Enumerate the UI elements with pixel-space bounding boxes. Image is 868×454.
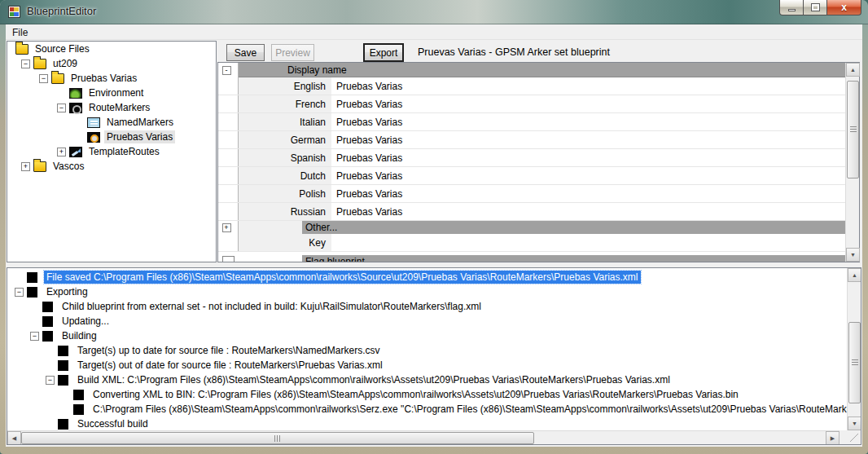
tree-item[interactable]: Pruebas Varias <box>7 130 216 144</box>
maximize-button[interactable] <box>804 0 827 15</box>
property-value[interactable]: Pruebas Varias <box>331 77 845 95</box>
log-item[interactable]: −Exporting <box>7 284 847 299</box>
title-bar[interactable]: BlueprintEditor x <box>0 0 868 24</box>
log-item[interactable]: Target(s) up to date for source file : R… <box>7 343 847 358</box>
property-value[interactable]: Pruebas Varias <box>331 149 845 166</box>
tree-item[interactable]: −Pruebas Varias <box>7 71 216 86</box>
source-files-tree[interactable]: Source Files−ut209−Pruebas VariasEnviron… <box>7 41 217 262</box>
log-expand-toggle[interactable]: − <box>46 376 55 385</box>
log-square-icon <box>58 419 68 430</box>
other-row: + Other... <box>218 221 845 234</box>
build-log-tree[interactable]: File saved C:\Program Files (x86)\Steam\… <box>7 268 847 430</box>
row-indent-column <box>218 95 239 112</box>
grid-scroll-thumb[interactable] <box>847 81 859 179</box>
log-item-text: C:\Program Files (x86)\Steam\SteamApps\c… <box>90 403 847 416</box>
property-grid-panel: - Display name EnglishPruebas VariasFren… <box>217 62 860 262</box>
log-item[interactable]: Converting XML to BIN: C:\Program Files … <box>7 387 847 402</box>
folder-icon <box>51 73 64 84</box>
scroll-right-icon[interactable]: ▶ <box>826 431 840 445</box>
log-square-icon <box>42 331 53 342</box>
menu-bar: File <box>6 24 862 40</box>
scroll-up-icon[interactable]: ▲ <box>846 63 860 77</box>
property-row: EnglishPruebas Varias <box>218 77 845 95</box>
property-value[interactable]: Pruebas Varias <box>331 167 845 184</box>
scroll-down-icon[interactable]: ▼ <box>846 248 860 262</box>
property-value[interactable]: Pruebas Varias <box>331 113 845 130</box>
grid-section-header-row: - Display name <box>218 63 845 77</box>
log-square-icon <box>42 316 53 327</box>
clipped-expand-box <box>222 256 235 262</box>
grid-vertical-scrollbar[interactable]: ▲ ▼ <box>845 63 859 262</box>
tree-expand-toggle[interactable]: + <box>57 148 66 156</box>
property-label: English <box>239 77 331 95</box>
minimize-button[interactable] <box>779 0 804 15</box>
property-label: Italian <box>239 113 331 130</box>
log-item-text: Converting XML to BIN: C:\Program Files … <box>90 388 741 401</box>
log-item[interactable]: Updating... <box>7 314 847 328</box>
log-item[interactable]: −Build XML: C:\Program Files (x86)\Steam… <box>7 372 847 387</box>
log-item[interactable]: Successful build <box>7 417 847 430</box>
log-square-icon <box>42 302 53 312</box>
log-item[interactable]: −Building <box>7 328 847 343</box>
log-square-icon <box>58 375 68 386</box>
log-horizontal-scrollbar[interactable]: ◀ ▶ <box>7 430 840 444</box>
property-value[interactable]: Pruebas Varias <box>331 95 845 112</box>
folder-icon <box>33 59 46 69</box>
log-item[interactable]: Child blueprint from external set - not … <box>7 299 847 314</box>
log-square-icon <box>73 404 84 415</box>
log-item-text: Building <box>59 329 99 342</box>
property-value[interactable] <box>331 234 845 251</box>
resize-grip[interactable] <box>840 430 861 444</box>
close-button[interactable]: x <box>827 0 861 15</box>
scroll-left-icon[interactable]: ◀ <box>7 431 21 445</box>
tree-expand-toggle[interactable]: − <box>39 74 48 83</box>
log-item[interactable]: Target(s) out of date for source file : … <box>7 358 847 372</box>
row-indent-column <box>218 77 239 95</box>
log-expand-toggle[interactable]: − <box>30 332 39 341</box>
log-item[interactable]: C:\Program Files (x86)\Steam\SteamApps\c… <box>7 402 847 417</box>
menu-file[interactable]: File <box>6 25 34 40</box>
log-scroll-thumb[interactable] <box>848 322 861 403</box>
scroll-up-icon[interactable]: ▲ <box>848 268 861 282</box>
row-indent-column <box>218 203 239 220</box>
scroll-down-icon[interactable]: ▼ <box>848 417 861 430</box>
window-title: BlueprintEditor <box>27 5 96 17</box>
collapse-section-toggle[interactable]: - <box>222 66 231 75</box>
export-button[interactable]: Export <box>364 44 403 61</box>
blueprint-title: Pruevas Varias - GPSM Arker set blueprin… <box>418 46 610 58</box>
log-hscroll-thumb[interactable] <box>21 432 534 444</box>
property-value[interactable]: Pruebas Varias <box>331 203 845 220</box>
other-label[interactable]: Other... <box>302 221 845 234</box>
app-icon <box>8 6 20 18</box>
tree-item[interactable]: Environment <box>7 86 216 100</box>
tree-item[interactable]: +Vascos <box>7 159 216 174</box>
tree-item-label: NamedMarkers <box>104 116 176 129</box>
tree-item[interactable]: Source Files <box>7 42 216 56</box>
property-row: PolishPruebas Varias <box>218 185 845 203</box>
row-indent-column <box>218 131 239 148</box>
property-row: ItalianPruebas Varias <box>218 113 845 131</box>
log-item-text: Build XML: C:\Program Files (x86)\Steam\… <box>75 373 673 386</box>
tree-item-label: TemplateRoutes <box>86 145 162 158</box>
log-item-text: File saved C:\Program Files (x86)\Steam\… <box>44 271 641 284</box>
log-square-icon <box>27 272 37 283</box>
property-value[interactable]: Pruebas Varias <box>331 185 845 202</box>
log-vertical-scrollbar[interactable]: ▲ ▼ <box>847 268 861 430</box>
minimize-icon <box>788 9 796 11</box>
tree-item[interactable]: NamedMarkers <box>7 115 216 130</box>
property-value[interactable]: Pruebas Varias <box>331 131 845 148</box>
property-label: French <box>239 95 331 112</box>
tree-expand-toggle[interactable]: − <box>21 60 30 68</box>
tree-expand-toggle[interactable]: + <box>21 162 30 171</box>
tree-item[interactable]: −RouteMarkers <box>7 100 216 115</box>
save-button[interactable]: Save <box>226 44 265 61</box>
log-item[interactable]: File saved C:\Program Files (x86)\Steam\… <box>7 270 847 284</box>
log-expand-toggle[interactable]: − <box>15 288 24 297</box>
tree-item[interactable]: +TemplateRoutes <box>7 144 216 159</box>
tree-item[interactable]: −ut209 <box>7 56 216 71</box>
tree-item-label: ut209 <box>50 57 80 70</box>
property-label: German <box>239 131 331 148</box>
tree-expand-toggle[interactable]: − <box>57 104 66 112</box>
clipped-section-label: Flag blueprint <box>302 255 845 262</box>
expand-other-toggle[interactable]: + <box>222 223 231 232</box>
